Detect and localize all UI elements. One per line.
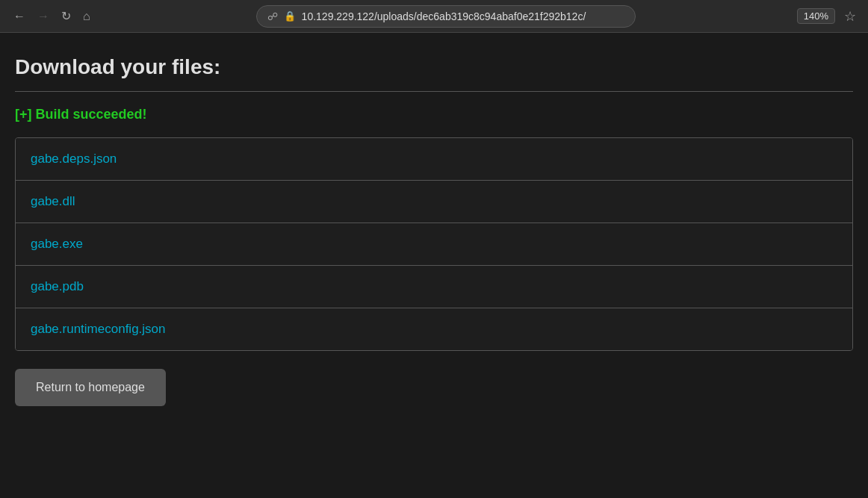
browser-chrome: ← → ↻ ⌂ ☍ 🔒 10.129.229.122/uploads/dec6a… xyxy=(0,0,868,33)
home-button[interactable]: ⌂ xyxy=(78,7,95,25)
page-content: Download your files: [+] Build succeeded… xyxy=(0,33,868,421)
file-list: gabe.deps.jsongabe.dllgabe.exegabe.pdbga… xyxy=(15,137,853,351)
file-item[interactable]: gabe.exe xyxy=(16,223,852,266)
address-bar[interactable]: ☍ 🔒 10.129.229.122/uploads/dec6ab319c8c9… xyxy=(256,5,636,28)
return-homepage-button[interactable]: Return to homepage xyxy=(15,369,166,406)
lock-icon: 🔒 xyxy=(284,10,296,22)
file-item[interactable]: gabe.deps.json xyxy=(16,138,852,181)
file-item[interactable]: gabe.pdb xyxy=(16,266,852,308)
zoom-level[interactable]: 140% xyxy=(797,8,835,24)
browser-actions: 140% ☆ xyxy=(797,7,859,26)
divider xyxy=(15,91,853,92)
build-status: [+] Build succeeded! xyxy=(15,107,853,122)
shield-icon: ☍ xyxy=(267,10,278,22)
bookmark-button[interactable]: ☆ xyxy=(841,7,859,26)
file-item[interactable]: gabe.dll xyxy=(16,181,852,223)
url-text: 10.129.229.122/uploads/dec6ab319c8c94aba… xyxy=(302,10,586,22)
forward-button[interactable]: → xyxy=(33,7,54,25)
address-bar-container: ☍ 🔒 10.129.229.122/uploads/dec6ab319c8c9… xyxy=(101,5,791,28)
page-title: Download your files: xyxy=(15,55,853,79)
nav-buttons: ← → ↻ ⌂ xyxy=(9,7,95,25)
reload-button[interactable]: ↻ xyxy=(57,7,75,25)
file-item[interactable]: gabe.runtimeconfig.json xyxy=(16,308,852,350)
back-button[interactable]: ← xyxy=(9,7,30,25)
